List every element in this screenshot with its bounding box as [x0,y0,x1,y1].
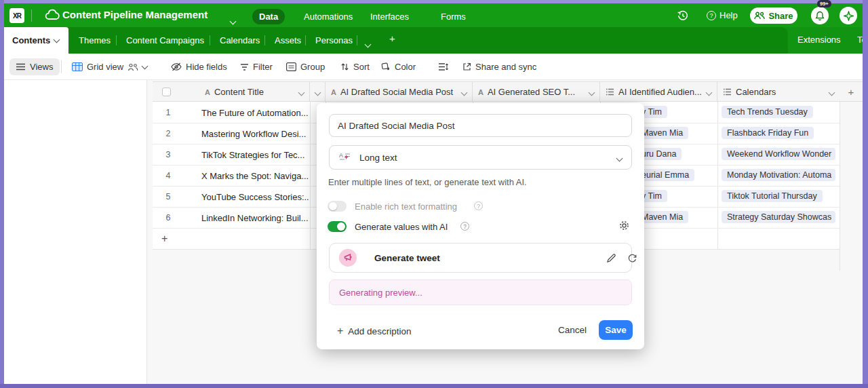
workspace-logo[interactable]: XR [9,8,24,23]
column-header-ai-seo[interactable]: A AI Generated SEO T... [473,82,600,102]
share-and-sync-button[interactable]: Share and sync [462,58,536,75]
row-number[interactable]: 4 [153,171,184,180]
table-tab-contents[interactable]: Contents [4,27,68,54]
column-header-content-title[interactable]: A Content Title [153,82,310,102]
plus-icon: + [337,325,343,337]
help-circle-icon[interactable]: ? [460,222,469,231]
help-label[interactable]: Help [719,10,738,20]
linked-record-icon [606,88,614,96]
tab-separator [116,35,117,45]
share-button[interactable]: Share [750,7,797,24]
sort-button[interactable]: Sort [340,58,370,75]
help-icon[interactable]: ? [707,11,716,20]
add-table-button[interactable]: + [389,33,395,44]
column-menu-chevron-icon[interactable] [462,87,467,97]
add-description-button[interactable]: + Add description [337,325,411,337]
help-circle-icon[interactable]: ? [474,201,483,210]
table-tab-personas[interactable]: Personas [307,27,361,54]
generate-ai-toggle[interactable] [328,221,347,232]
ai-prompt-card[interactable]: Generate tweet [329,243,632,273]
base-title-chevron-icon[interactable] [231,14,235,26]
group-button[interactable]: Group [286,58,325,75]
tab-separator [357,35,357,45]
tab-separator [264,35,265,45]
nav-tab-automations[interactable]: Automations [297,9,359,24]
column-header-collapsed[interactable] [310,82,326,102]
collaborators-icon [754,12,765,20]
column-header-calendars[interactable]: Calendars [717,82,840,102]
row-number[interactable]: 1 [153,108,184,117]
add-row-button[interactable]: + [161,233,167,245]
table-tab-themes[interactable]: Themes [71,27,119,54]
rich-text-toggle[interactable] [328,201,347,212]
cell-content-title[interactable]: LinkedIn Networking: Buil... [201,213,309,223]
sort-icon [340,62,349,71]
table-tab-calendars[interactable]: Calendars [212,27,268,54]
cancel-button[interactable]: Cancel [558,325,587,335]
table-tab-assets[interactable]: Assets [267,27,309,54]
nav-tab-forms[interactable]: Forms [434,9,473,24]
view-toolbar: Views Grid view Hide fields Filter [4,54,863,80]
row-height-button[interactable] [438,58,448,75]
table-tab-content-campaigns[interactable]: Content Campaigns [118,27,212,54]
ai-preview-status: Generating preview... [339,288,422,298]
field-name-input[interactable] [329,114,632,137]
cell-calendar-chip[interactable]: Strategy Saturday Showcas [722,211,835,223]
filter-icon [240,63,249,71]
cell-content-title[interactable]: Mastering Workflow Desi... [201,129,309,139]
row-number[interactable]: 3 [153,150,184,159]
ai-settings-gear-icon[interactable] [618,220,630,231]
field-type-select[interactable]: A Long text [329,145,632,170]
cell-content-title[interactable]: The Future of Automation... [201,108,309,118]
column-menu-chevron-icon[interactable] [829,87,834,97]
field-type-description: Enter multiple lines of text, or generat… [328,177,527,187]
chevron-down-icon [617,153,622,163]
field-config-dialog: A Long text Enter multiple lines of text… [317,103,644,349]
history-icon[interactable] [677,9,689,22]
rich-text-label: Enable rich text formatting [355,201,457,212]
base-cloud-icon [45,9,60,21]
external-link-icon [462,62,471,71]
cell-content-title[interactable]: TikTok Strategies for Tec... [201,150,309,160]
cell-audience-chip[interactable]: eurial Emma [636,169,694,181]
cell-calendar-chip[interactable]: Tech Trends Tuesday [722,106,813,118]
row-number[interactable]: 2 [153,129,184,138]
hide-fields-button[interactable]: Hide fields [171,58,227,75]
row-height-icon [438,62,448,71]
add-field-button[interactable]: + [840,81,863,102]
cell-content-title[interactable]: X Marks the Spot: Naviga... [201,171,309,181]
column-header-ai-drafted-post[interactable]: A AI Drafted Social Media Post [326,82,473,102]
cell-calendar-chip[interactable]: Flashback Friday Fun [722,127,814,139]
grid-view-selector[interactable]: Grid view [72,58,147,75]
cell-calendar-chip[interactable]: Tiktok Tutorial Thursday [722,190,823,202]
cell-calendar-chip[interactable]: Weekend Workflow Wonder [722,148,835,160]
regenerate-icon[interactable] [627,253,637,263]
row-number[interactable]: 6 [153,213,184,222]
column-menu-chevron-icon[interactable] [315,87,320,97]
color-button[interactable]: Color [381,58,416,75]
views-button[interactable]: Views [9,58,60,75]
nav-tab-data[interactable]: Data [252,9,285,24]
column-header-ai-audience[interactable]: AI Identified Audien... [600,82,717,102]
nav-tab-interfaces[interactable]: Interfaces [363,9,416,24]
cell-calendar-chip[interactable]: Monday Motivation: Automa [722,169,835,181]
grid-right-edge [840,102,840,271]
notifications-button[interactable] [811,7,829,24]
base-title[interactable]: Content Pipeline Management [62,9,208,20]
column-menu-chevron-icon[interactable] [589,87,594,97]
color-icon [381,62,391,71]
window-border-right [863,0,868,388]
select-all-checkbox[interactable] [162,88,171,96]
cell-content-title[interactable]: YouTube Success Stories:... [201,192,309,202]
column-menu-chevron-icon[interactable] [707,87,711,97]
group-icon [286,62,296,71]
bell-icon [815,11,825,21]
column-menu-chevron-icon[interactable] [299,87,304,97]
tab-list-chevron-icon[interactable] [366,37,370,49]
ai-assistant-button[interactable] [840,7,857,24]
extensions-button[interactable]: Extensions [797,35,841,45]
row-number[interactable]: 5 [153,192,184,201]
filter-button[interactable]: Filter [240,58,273,75]
save-button[interactable]: Save [599,320,633,340]
edit-prompt-pencil-icon[interactable] [606,253,616,263]
